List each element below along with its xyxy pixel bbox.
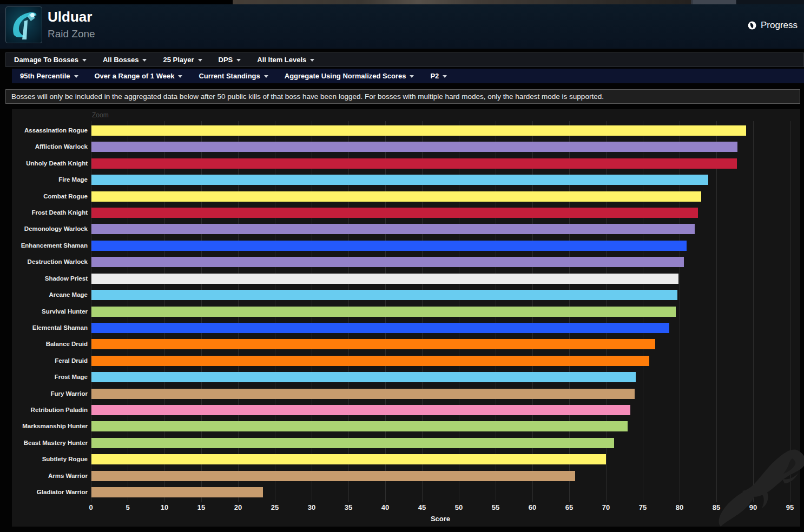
bar-frost-mage[interactable] xyxy=(91,372,636,382)
x-axis-tick: 0 xyxy=(80,503,102,511)
chart-row-labels: Assassination RogueAffliction WarlockUnh… xyxy=(12,121,88,502)
x-axis-tick: 55 xyxy=(485,503,506,511)
progress-link[interactable]: Progress xyxy=(747,18,798,32)
bar-label-demonology-warlock[interactable]: Demonology Warlock xyxy=(12,224,88,234)
x-axis-tick: 20 xyxy=(227,503,249,511)
bar-label-arms-warrior[interactable]: Arms Warrior xyxy=(12,471,88,481)
primary-nav: Damage To BossesAll Bosses25 PlayerDPSAl… xyxy=(5,52,804,67)
nav-item-label: 25 Player xyxy=(163,56,194,64)
bar-survival-hunter[interactable] xyxy=(91,307,676,317)
bar-gladiator-warrior[interactable] xyxy=(91,487,263,497)
bar-arcane-mage[interactable] xyxy=(91,290,677,300)
progress-label: Progress xyxy=(761,20,798,31)
bar-label-gladiator-warrior[interactable]: Gladiator Warrior xyxy=(12,487,88,497)
secondary-nav: 95th PercentileOver a Range of 1 WeekCur… xyxy=(12,69,804,83)
bar-label-shadow-priest[interactable]: Shadow Priest xyxy=(12,274,88,284)
chevron-down-icon xyxy=(178,75,182,78)
x-axis-tick: 95 xyxy=(779,503,801,511)
nav-item-damage-to-bosses[interactable]: Damage To Bosses xyxy=(6,53,95,66)
x-axis-tick: 90 xyxy=(742,503,764,511)
globe-icon xyxy=(747,21,757,30)
watermark-logo xyxy=(715,444,804,532)
nav-item-label: 95th Percentile xyxy=(20,72,70,80)
nav-item-current-standings[interactable]: Current Standings xyxy=(190,69,276,83)
bar-label-balance-druid[interactable]: Balance Druid xyxy=(12,339,88,349)
x-axis-tick: 75 xyxy=(632,503,654,511)
nav-item-aggregate-using-normalized-scores[interactable]: Aggregate Using Normalized Scores xyxy=(276,69,423,83)
nav-item-all-item-levels[interactable]: All Item Levels xyxy=(249,53,322,66)
bar-elemental-shaman[interactable] xyxy=(91,323,669,333)
bar-label-arcane-mage[interactable]: Arcane Mage xyxy=(12,290,88,300)
bar-label-affliction-warlock[interactable]: Affliction Warlock xyxy=(12,142,88,152)
bar-label-marksmanship-hunter[interactable]: Marksmanship Hunter xyxy=(12,421,88,431)
chevron-down-icon xyxy=(142,59,147,62)
bar-enhancement-shaman[interactable] xyxy=(91,241,687,251)
chart-zoom-label[interactable]: Zoom xyxy=(92,111,109,119)
chevron-down-icon xyxy=(410,75,414,78)
nav-item-label: Over a Range of 1 Week xyxy=(95,72,175,80)
nav-item-95th-percentile[interactable]: 95th Percentile xyxy=(12,69,87,83)
bar-arms-warrior[interactable] xyxy=(91,471,575,481)
nav-item-label: All Bosses xyxy=(103,56,139,64)
chevron-down-icon xyxy=(310,59,314,62)
zone-icon xyxy=(5,6,42,43)
bar-beast-mastery-hunter[interactable] xyxy=(91,438,614,448)
nav-item-dps[interactable]: DPS xyxy=(210,53,249,66)
plot-area xyxy=(91,121,801,502)
bar-label-retribution-paladin[interactable]: Retribution Paladin xyxy=(12,405,88,415)
x-axis-tick: 10 xyxy=(154,503,175,511)
bar-label-elemental-shaman[interactable]: Elemental Shaman xyxy=(12,323,88,333)
bar-frost-death-knight[interactable] xyxy=(91,208,698,218)
bar-shadow-priest[interactable] xyxy=(91,274,678,284)
x-axis-tick: 40 xyxy=(374,503,396,511)
x-axis: 05101520253035404550556065707580859095 xyxy=(91,503,801,514)
bar-label-unholy-death-knight[interactable]: Unholy Death Knight xyxy=(12,158,88,169)
nav-item-p2[interactable]: P2 xyxy=(422,69,455,83)
bar-label-fury-warrior[interactable]: Fury Warrior xyxy=(12,389,88,399)
x-axis-tick: 60 xyxy=(522,503,543,511)
nav-item-label: Damage To Bosses xyxy=(14,56,78,64)
bar-combat-rogue[interactable] xyxy=(91,191,701,202)
x-axis-tick: 25 xyxy=(264,503,286,511)
bar-label-beast-mastery-hunter[interactable]: Beast Mastery Hunter xyxy=(12,438,88,448)
bar-assassination-rogue[interactable] xyxy=(91,125,746,136)
bar-marksmanship-hunter[interactable] xyxy=(91,421,628,431)
bar-label-fire-mage[interactable]: Fire Mage xyxy=(12,175,88,185)
bar-destruction-warlock[interactable] xyxy=(91,257,684,267)
bar-label-combat-rogue[interactable]: Combat Rogue xyxy=(12,191,88,202)
chevron-down-icon xyxy=(74,75,78,78)
bar-feral-druid[interactable] xyxy=(91,356,649,366)
nav-item-all-bosses[interactable]: All Bosses xyxy=(95,53,155,66)
bar-label-frost-mage[interactable]: Frost Mage xyxy=(12,372,88,382)
top-artwork-strip xyxy=(0,0,804,4)
nav-item-label: All Item Levels xyxy=(257,56,306,64)
bar-fury-warrior[interactable] xyxy=(91,389,635,399)
bar-label-feral-druid[interactable]: Feral Druid xyxy=(12,356,88,366)
x-axis-tick: 80 xyxy=(669,503,690,511)
x-axis-tick: 65 xyxy=(558,503,580,511)
bar-label-subtlety-rogue[interactable]: Subtlety Rogue xyxy=(12,454,88,464)
chevron-down-icon xyxy=(236,59,241,62)
bar-fire-mage[interactable] xyxy=(91,175,708,185)
bar-label-frost-death-knight[interactable]: Frost Death Knight xyxy=(12,208,88,218)
nav-item-label: Aggregate Using Normalized Scores xyxy=(285,72,406,80)
x-axis-tick: 50 xyxy=(448,503,470,511)
notice-banner: Bosses will only be included in the aggr… xyxy=(5,89,800,104)
bar-subtlety-rogue[interactable] xyxy=(91,454,606,464)
nav-item-over-a-range-of-1-week[interactable]: Over a Range of 1 Week xyxy=(87,69,191,83)
bar-unholy-death-knight[interactable] xyxy=(91,158,737,169)
bar-label-enhancement-shaman[interactable]: Enhancement Shaman xyxy=(12,241,88,251)
score-chart: Zoom Assassination RogueAffliction Warlo… xyxy=(12,109,800,527)
bar-label-destruction-warlock[interactable]: Destruction Warlock xyxy=(12,257,88,267)
x-axis-tick: 5 xyxy=(117,503,139,511)
bar-demonology-warlock[interactable] xyxy=(91,224,695,234)
bar-retribution-paladin[interactable] xyxy=(91,405,630,415)
nav-item-label: Current Standings xyxy=(199,72,260,80)
bar-affliction-warlock[interactable] xyxy=(91,142,737,152)
bar-balance-druid[interactable] xyxy=(91,339,655,349)
bar-label-assassination-rogue[interactable]: Assassination Rogue xyxy=(12,125,88,136)
chevron-down-icon xyxy=(443,75,447,78)
nav-item-25-player[interactable]: 25 Player xyxy=(155,53,210,66)
page-title: Ulduar xyxy=(48,9,92,25)
bar-label-survival-hunter[interactable]: Survival Hunter xyxy=(12,307,88,317)
